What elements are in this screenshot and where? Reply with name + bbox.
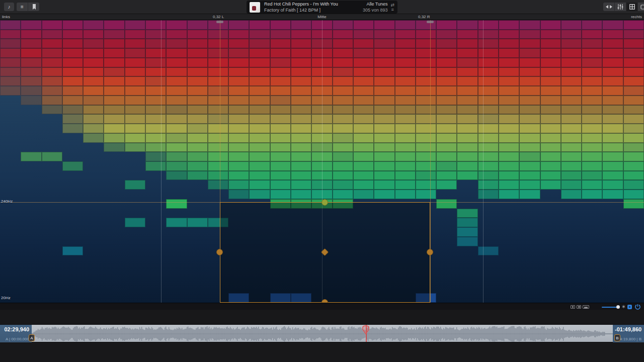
spectro-cell	[228, 30, 249, 39]
left-marker-grip[interactable]	[216, 21, 223, 23]
spectro-cell	[582, 180, 602, 190]
spectro-cell	[602, 48, 623, 58]
spectro-cell	[436, 96, 457, 105]
spectro-cell	[125, 114, 145, 124]
spectro-cell	[187, 86, 208, 96]
spectro-cell	[519, 152, 540, 161]
spectrum-view-button[interactable]	[626, 3, 637, 11]
marker-a-tag[interactable]: A	[29, 334, 35, 341]
shuffle-icon[interactable]: ⇄	[390, 3, 394, 7]
spectro-cell	[416, 30, 436, 39]
spectro-cell	[436, 86, 457, 96]
spectro-cell	[561, 20, 582, 30]
spectro-cell	[561, 86, 582, 96]
spectro-cell	[21, 30, 41, 39]
spectro-cell	[582, 76, 602, 86]
spectro-cell	[457, 161, 477, 171]
note-size-wide-button[interactable]	[583, 305, 589, 309]
spectro-cell	[228, 143, 249, 152]
playhead-pin[interactable]	[362, 325, 370, 334]
spectro-cell	[540, 133, 561, 143]
sliders-icon	[617, 4, 623, 10]
spectro-cell	[478, 86, 499, 96]
spectro-cell	[623, 76, 644, 86]
spectro-cell	[436, 30, 457, 39]
spectrogram-panel[interactable]: 240Hz 20Hz	[0, 20, 644, 303]
selection-handle-top[interactable]	[321, 199, 328, 206]
spectro-cell	[623, 124, 644, 133]
spectro-cell	[104, 96, 124, 105]
spectro-cell	[291, 171, 311, 180]
queue-icon[interactable]: ≡	[391, 8, 394, 12]
spectro-cell	[457, 48, 477, 58]
marker-b-tag[interactable]: B	[614, 334, 620, 341]
spectro-cell	[42, 30, 62, 39]
now-playing-panel[interactable]: Red Hot Chili Peppers - I'm With You Fac…	[247, 1, 397, 14]
spectro-cell	[145, 86, 166, 96]
right-marker-grip[interactable]	[427, 21, 434, 23]
spectro-cell	[436, 143, 457, 152]
selection-handle-right[interactable]	[427, 249, 433, 255]
spectro-cell	[249, 30, 270, 39]
spectro-cell	[228, 67, 249, 77]
spectro-cell	[187, 143, 208, 152]
spectro-cell	[519, 58, 540, 67]
spectro-cell	[104, 30, 124, 39]
waveform-canvas[interactable]	[0, 325, 644, 343]
display-view-button[interactable]	[638, 3, 644, 11]
spectro-cell	[333, 190, 353, 199]
spectro-cell	[478, 190, 499, 199]
spectro-cell	[208, 86, 228, 96]
spectro-cell	[436, 58, 457, 67]
waveform-overview[interactable]: 02:29,940 A | 00:00,000 -01:49,860 04:19…	[0, 324, 644, 342]
power-toggle[interactable]	[635, 304, 640, 310]
spectro-cell	[519, 180, 540, 190]
track-subtitle: Factory of Faith [ 142 BPM ]	[264, 8, 363, 13]
note-size-medium-button[interactable]	[577, 305, 581, 309]
track-info: Red Hot Chili Peppers - I'm With You Fac…	[264, 2, 363, 13]
note-size-small-button[interactable]	[571, 305, 575, 309]
selection-handle-left[interactable]	[216, 249, 223, 255]
spectro-cell	[353, 105, 374, 115]
spectro-cell	[333, 180, 353, 190]
selection-handle-bottom[interactable]	[321, 299, 328, 303]
spectro-cell	[62, 58, 83, 67]
song-list-button[interactable]: ♪	[4, 3, 14, 11]
spectro-cell	[125, 76, 145, 86]
ruler-value-left[interactable]: 0,32 L	[213, 15, 224, 19]
spectro-cell	[499, 20, 519, 30]
eq-view-button[interactable]	[615, 3, 626, 11]
isolate-active-button[interactable]	[627, 305, 632, 309]
spectro-cell	[623, 48, 644, 58]
spectro-cell	[499, 143, 519, 152]
spectro-cell	[457, 152, 477, 161]
spectro-cell	[104, 58, 124, 67]
ruler-value-right[interactable]: 0,32 R	[418, 15, 430, 19]
spectro-cell	[395, 67, 416, 77]
right-marker-line[interactable]	[430, 20, 431, 303]
spectro-cell	[291, 39, 311, 48]
waveform-view-button[interactable]	[603, 3, 614, 11]
spectro-cell	[395, 39, 416, 48]
spectro-cell	[62, 48, 83, 58]
spectro-cell	[540, 39, 561, 48]
spectro-cell	[374, 124, 394, 133]
spectro-cell	[457, 30, 477, 39]
spectro-cell	[561, 76, 582, 86]
freq-label-20hz: 20Hz	[1, 296, 11, 300]
snap-icon[interactable]: ∗	[621, 304, 625, 309]
spectro-cell	[374, 114, 394, 124]
spectrum-zoom-slider[interactable]	[602, 307, 618, 308]
spectro-cell	[602, 105, 623, 115]
spectro-cell	[561, 180, 582, 190]
spectrum-zoom-handle[interactable]	[616, 305, 620, 309]
spectro-cell	[166, 143, 187, 152]
queue-list-button[interactable]: ≡	[17, 3, 28, 11]
bookmark-button[interactable]	[28, 3, 39, 11]
spectro-cell	[145, 76, 166, 86]
spectro-cell	[582, 143, 602, 152]
spectro-cell	[478, 171, 499, 180]
spectro-cell	[166, 76, 187, 86]
spectro-cell	[270, 143, 291, 152]
spectro-cell	[499, 39, 519, 48]
